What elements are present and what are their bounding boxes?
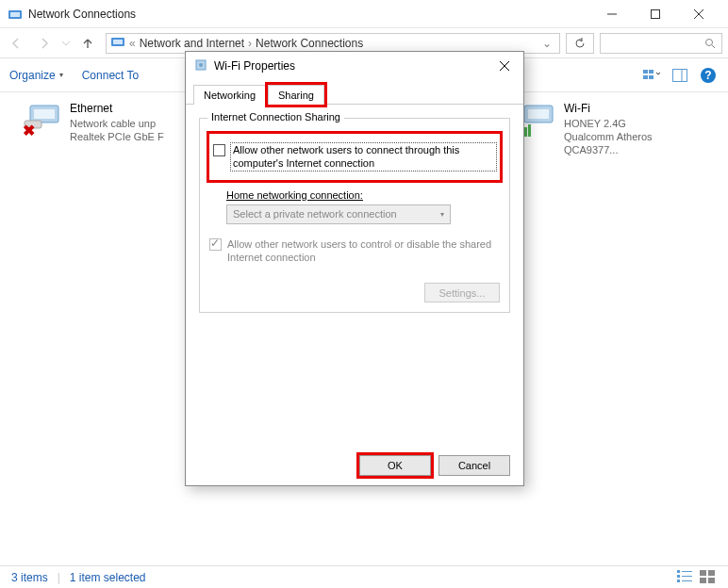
adapter-status: HONEY 2.4G xyxy=(564,117,705,130)
search-icon xyxy=(704,38,716,49)
dialog-close-button[interactable] xyxy=(493,55,516,77)
window-titlebar: Network Connections xyxy=(0,0,728,28)
allow-connect-checkbox[interactable] xyxy=(213,144,225,156)
svg-rect-22 xyxy=(528,109,549,119)
settings-button: Settings... xyxy=(424,283,500,302)
help-button[interactable]: ? xyxy=(698,65,719,86)
adapter-name: Ethernet xyxy=(70,102,164,117)
groupbox-legend: Internet Connection Sharing xyxy=(207,111,344,122)
home-connection-dropdown[interactable]: Select a private network connection ▾ xyxy=(226,204,451,224)
wifi-properties-dialog: Wi-Fi Properties Networking Sharing Inte… xyxy=(185,51,524,486)
refresh-button[interactable] xyxy=(566,33,594,54)
svg-rect-34 xyxy=(708,570,715,576)
details-view-icon[interactable] xyxy=(677,570,694,585)
up-button[interactable] xyxy=(74,32,102,55)
preview-pane-button[interactable] xyxy=(670,65,690,86)
home-connection-label: Home networking connection: xyxy=(226,189,500,201)
cancel-button[interactable]: Cancel xyxy=(438,455,510,476)
adapter-name: Wi-Fi xyxy=(564,102,705,117)
svg-rect-36 xyxy=(708,578,715,583)
window-title: Network Connections xyxy=(28,8,590,21)
connect-to-button[interactable]: Connect To xyxy=(82,69,140,82)
dialog-title: Wi-Fi Properties xyxy=(214,59,493,73)
wifi-adapter-icon xyxy=(193,58,208,74)
tab-strip: Networking Sharing xyxy=(186,80,523,105)
ics-groupbox: Internet Connection Sharing Allow other … xyxy=(199,118,510,313)
svg-rect-1 xyxy=(10,12,20,17)
app-icon xyxy=(8,7,23,22)
svg-rect-12 xyxy=(643,75,648,79)
back-button[interactable] xyxy=(2,32,30,55)
allow-connect-label: Allow other network users to connect thr… xyxy=(231,143,496,171)
svg-rect-13 xyxy=(649,75,654,79)
svg-rect-25 xyxy=(524,127,527,137)
sharing-panel: Internet Connection Sharing Allow other … xyxy=(186,105,523,326)
svg-text:?: ? xyxy=(704,69,711,82)
search-box[interactable] xyxy=(600,33,722,54)
chevron-down-icon: ▾ xyxy=(59,71,63,79)
svg-rect-3 xyxy=(652,9,660,18)
disconnected-icon: ✖ xyxy=(23,122,35,139)
svg-rect-7 xyxy=(113,40,123,44)
ok-button[interactable]: OK xyxy=(359,455,431,476)
address-icon xyxy=(110,35,125,51)
recent-button[interactable] xyxy=(58,32,74,55)
svg-point-8 xyxy=(706,39,713,45)
svg-point-38 xyxy=(199,63,203,67)
adapter-status: Network cable unp xyxy=(70,117,164,130)
breadcrumb-item[interactable]: Network and Internet xyxy=(140,37,244,50)
svg-rect-29 xyxy=(677,580,680,582)
adapter-desc: Realtek PCIe GbE F xyxy=(70,130,164,143)
organize-menu[interactable]: Organize▾ xyxy=(9,69,63,82)
chevron-down-icon: ▾ xyxy=(440,210,444,219)
tab-sharing[interactable]: Sharing xyxy=(268,85,324,105)
allow-connect-row[interactable]: Allow other network users to connect thr… xyxy=(213,143,496,171)
close-button[interactable] xyxy=(677,1,720,27)
selected-count: 1 item selected xyxy=(70,571,146,584)
chevron-right-icon: › xyxy=(248,37,252,50)
allow-control-checkbox xyxy=(209,238,222,251)
item-count: 3 items xyxy=(11,571,48,584)
maximize-button[interactable] xyxy=(634,1,677,27)
status-bar: 3 items | 1 item selected xyxy=(0,565,728,588)
svg-rect-19 xyxy=(34,109,55,119)
minimize-button[interactable] xyxy=(590,1,634,27)
ethernet-icon: ✖ xyxy=(23,102,64,136)
adapter-wifi[interactable]: Wi-Fi HONEY 2.4G Qualcomm Atheros QCA937… xyxy=(517,102,705,556)
svg-rect-28 xyxy=(677,575,680,578)
forward-button[interactable] xyxy=(30,32,58,55)
chevron-down-icon[interactable]: ⌄ xyxy=(542,37,552,50)
dropdown-value: Select a private network connection xyxy=(233,208,397,220)
svg-rect-35 xyxy=(700,578,706,583)
breadcrumb-item[interactable]: Network Connections xyxy=(256,37,363,50)
svg-rect-14 xyxy=(673,69,687,81)
view-options-button[interactable] xyxy=(641,65,662,86)
svg-rect-26 xyxy=(528,124,531,137)
large-icons-view-icon[interactable] xyxy=(700,570,717,585)
tab-networking[interactable]: Networking xyxy=(193,85,266,105)
allow-control-row: Allow other network users to control or … xyxy=(209,237,500,265)
svg-rect-33 xyxy=(700,570,706,576)
svg-rect-27 xyxy=(677,570,680,573)
dialog-button-row: OK Cancel xyxy=(359,455,510,476)
dialog-titlebar: Wi-Fi Properties xyxy=(186,52,523,80)
svg-rect-10 xyxy=(643,70,648,74)
adapter-desc: Qualcomm Atheros QCA9377... xyxy=(564,130,705,157)
allow-control-label: Allow other network users to control or … xyxy=(227,237,500,265)
svg-rect-11 xyxy=(649,70,654,74)
svg-line-9 xyxy=(712,45,715,48)
